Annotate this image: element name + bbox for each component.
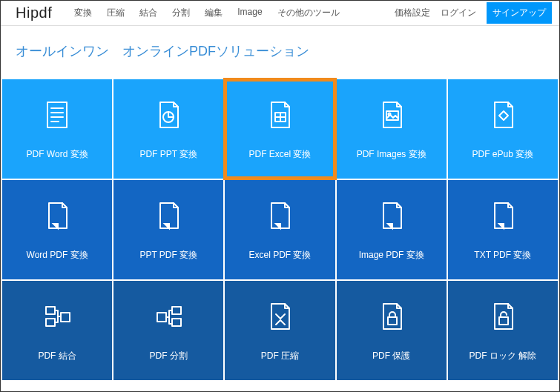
tile-label: Excel PDF 変換 <box>248 249 311 262</box>
doc-fold-icon <box>40 199 74 233</box>
tile-merge[interactable]: PDF 結合 <box>2 281 112 380</box>
tile-compress[interactable]: PDF 圧縮 <box>225 281 335 380</box>
nav-login[interactable]: ログイン <box>441 7 476 19</box>
nav-split[interactable]: 分割 <box>172 7 190 19</box>
nav-signup[interactable]: サインアップ <box>487 2 552 24</box>
merge-icon <box>40 299 74 333</box>
doc-fold-icon <box>263 199 297 233</box>
split-icon <box>151 299 185 333</box>
tile-pdf-excel[interactable]: PDF Excel 変換 <box>225 79 335 179</box>
tile-label: Image PDF 変換 <box>359 249 424 262</box>
tile-label: PDF Images 変換 <box>357 148 426 161</box>
lock-icon <box>375 299 409 333</box>
doc-fold-icon <box>486 199 520 233</box>
tile-image-pdf[interactable]: Image PDF 変換 <box>337 180 447 279</box>
tile-txt-pdf[interactable]: TXT PDF 変換 <box>448 180 558 279</box>
nav-edit[interactable]: 編集 <box>205 7 223 19</box>
tile-label: PDF Excel 変換 <box>248 148 311 161</box>
nav-compress[interactable]: 圧縮 <box>107 7 125 19</box>
logo: Hipdf <box>16 4 52 21</box>
tile-word-pdf[interactable]: Word PDF 変換 <box>2 180 112 279</box>
nav-merge[interactable]: 結合 <box>139 7 157 19</box>
tile-label: PDF ロック 解除 <box>470 350 537 362</box>
tile-pdf-ppt[interactable]: PDF PPT 変換 <box>113 79 223 179</box>
tile-pdf-images[interactable]: PDF Images 変換 <box>337 79 447 179</box>
tile-excel-pdf[interactable]: Excel PDF 変換 <box>225 180 335 279</box>
topbar: Hipdf 変換 圧縮 結合 分割 編集 Image その他のツール 価格設定 … <box>1 1 559 26</box>
doc-fold-icon <box>375 199 409 233</box>
nav-convert[interactable]: 変換 <box>74 7 92 19</box>
doc-diamond-icon <box>486 98 520 132</box>
tile-label: PDF 保護 <box>372 350 410 362</box>
tile-label: PDF 分割 <box>150 350 188 362</box>
tile-pdf-word[interactable]: PDF Word 変換 <box>2 79 112 179</box>
page-title: オールインワン オンラインPDFソリューション <box>1 26 559 79</box>
tile-label: PDF ePub 変換 <box>472 148 534 161</box>
doc-grid-icon <box>263 98 297 132</box>
tile-label: PPT PDF 変換 <box>139 249 197 262</box>
tile-pdf-epub[interactable]: PDF ePub 変換 <box>448 79 558 179</box>
tile-label: Word PDF 変換 <box>27 249 88 262</box>
tile-ppt-pdf[interactable]: PPT PDF 変換 <box>113 180 223 279</box>
tile-label: PDF Word 変換 <box>27 148 88 161</box>
nav-other[interactable]: その他のツール <box>277 7 340 19</box>
compress-icon <box>263 299 297 333</box>
unlock-icon <box>486 299 520 333</box>
tile-protect[interactable]: PDF 保護 <box>337 281 447 380</box>
tile-label: PDF 結合 <box>38 350 76 362</box>
doc-lines-icon <box>40 98 74 132</box>
main-nav: 変換 圧縮 結合 分割 編集 Image その他のツール <box>74 7 395 19</box>
tile-label: PDF PPT 変換 <box>139 148 197 161</box>
tile-unlock[interactable]: PDF ロック 解除 <box>448 281 558 380</box>
tile-split[interactable]: PDF 分割 <box>113 281 223 380</box>
doc-image-icon <box>375 98 409 132</box>
nav-pricing[interactable]: 価格設定 <box>395 7 430 19</box>
tile-label: TXT PDF 変換 <box>474 249 531 262</box>
right-nav: 価格設定 ログイン サインアップ <box>395 2 552 24</box>
nav-image[interactable]: Image <box>237 7 262 19</box>
tile-label: PDF 圧縮 <box>261 350 299 362</box>
doc-pie-icon <box>151 98 185 132</box>
tool-grid: PDF Word 変換PDF PPT 変換PDF Excel 変換PDF Ima… <box>1 79 559 380</box>
doc-fold-icon <box>151 199 185 233</box>
